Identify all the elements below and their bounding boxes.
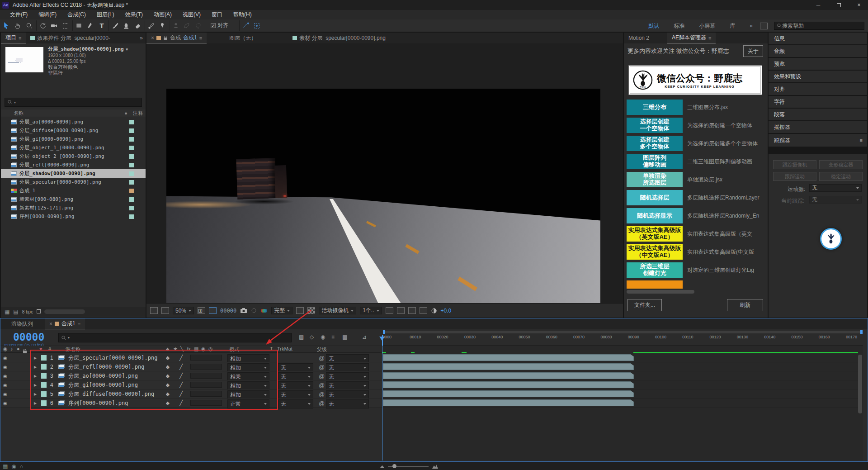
roto-brush-tool[interactable] — [145, 20, 156, 31]
parent-pickwhip-icon[interactable]: @ — [319, 353, 325, 362]
motion-blur-switch-icon[interactable]: ◉ — [201, 346, 206, 352]
label-color-swatch[interactable] — [129, 180, 134, 185]
workspace-tab[interactable]: 标准 — [666, 22, 692, 30]
layer-row[interactable]: ◉ ▶ 3 分层_ao[0000-0090].png ♣ ╱ 相乘 无 @ 无 — [0, 371, 382, 380]
shape-tool[interactable] — [72, 20, 84, 31]
workspace-tab[interactable]: 库 — [722, 22, 742, 30]
parent-dropdown[interactable]: 无 — [326, 390, 369, 399]
quality-switch-icon[interactable]: ╲ — [180, 346, 184, 352]
viewer-timecode[interactable]: 00000 — [220, 308, 236, 314]
layer-label-swatch[interactable] — [41, 355, 47, 361]
trkmat-dropdown[interactable]: 无 — [278, 399, 313, 408]
project-item-name[interactable]: 序列[0000-0090].png — [19, 213, 74, 220]
draft3d-icon[interactable]: ◇ — [310, 334, 314, 340]
label-column-icon[interactable]: ♥ — [39, 346, 42, 351]
project-item-row[interactable]: 序列[0000-0090].png — [1, 212, 146, 221]
layer-switch-cells[interactable] — [190, 373, 222, 379]
layer-expander[interactable]: ▶ — [34, 353, 37, 362]
layer-switch-cells[interactable] — [190, 391, 222, 397]
dock-panel-header[interactable]: 信息 — [769, 33, 867, 45]
about-button[interactable]: 关于 — [743, 45, 763, 57]
label-color-swatch[interactable] — [129, 189, 134, 193]
tab-script-manager[interactable]: AE脚本管理器≡ — [667, 33, 716, 43]
label-color-swatch[interactable] — [129, 163, 134, 167]
script-button[interactable]: 所选三维层 创建灯光 — [627, 262, 683, 278]
work-area-start-handle[interactable] — [383, 330, 385, 334]
project-item-row[interactable]: 新素材[125-171].png — [1, 204, 146, 212]
snap-checkbox[interactable]: ✓ — [211, 23, 216, 28]
interpret-footage-icon[interactable]: ▦ — [5, 309, 9, 315]
layer-quality-toggle[interactable]: ╱ — [179, 353, 183, 362]
layer-switch-cells[interactable] — [190, 382, 222, 388]
show-channel-icon[interactable] — [260, 308, 268, 313]
menu-item[interactable]: 窗口 — [206, 11, 228, 19]
layer-bar-row[interactable] — [382, 353, 858, 362]
script-button[interactable]: 实用表达式集高级版 （中文版AE） — [627, 244, 683, 260]
project-item-row[interactable]: 分层_refl[0000-0090].png — [1, 161, 146, 169]
layer-row[interactable]: ◉ ▶ 4 分层_gi[0000-0090].png ♣ ╱ 相加 无 @ 无 — [0, 380, 382, 389]
layer-expander[interactable]: ▶ — [34, 380, 37, 389]
layer-switch-cells[interactable] — [190, 400, 222, 406]
layer-switch-cells[interactable] — [190, 364, 222, 370]
always-preview-icon[interactable] — [150, 307, 158, 314]
viewport[interactable] — [146, 43, 623, 303]
layer-quality-toggle[interactable]: ╱ — [179, 389, 183, 399]
project-item-row[interactable]: 分层_gi[0000-0090].png — [1, 135, 146, 143]
trkmat-dropdown[interactable]: 无 — [278, 372, 313, 381]
grid-guides-icon[interactable]: ⊞ — [198, 307, 205, 314]
graph-editor-icon[interactable]: ⊿ — [362, 334, 367, 340]
layer-expander[interactable]: ▶ — [34, 371, 37, 380]
project-item-name[interactable]: 分层_gi[0000-0090].png — [19, 136, 83, 142]
zoom-in-mountain-icon[interactable] — [432, 464, 438, 469]
layer-name[interactable]: 分层_refl[0000-0090].png — [68, 362, 145, 371]
resolution-dropdown[interactable]: 完整 — [271, 307, 292, 314]
snapshot-icon[interactable] — [240, 308, 247, 313]
tab-motion2[interactable]: Motion 2 — [624, 33, 654, 43]
hand-tool[interactable] — [12, 20, 24, 31]
workspace-tab[interactable]: 小屏幕 — [692, 22, 722, 30]
layer-bar-row[interactable] — [382, 380, 858, 389]
layer-expander[interactable]: ▶ — [34, 362, 37, 371]
selection-tool[interactable] — [0, 20, 12, 31]
blend-mode-dropdown[interactable]: 正常 — [227, 399, 269, 408]
layer-visibility-toggle[interactable]: ◉ — [3, 380, 7, 389]
script-scrollbar[interactable] — [627, 290, 694, 294]
timeline-button-icon[interactable] — [408, 307, 416, 314]
track-area[interactable] — [382, 346, 863, 461]
layer-quality-toggle[interactable]: ╱ — [179, 380, 183, 389]
brush-tool[interactable] — [108, 20, 120, 31]
zoom-out-mountain-icon[interactable] — [380, 464, 384, 468]
layer-shy-toggle[interactable]: ♣ — [166, 353, 170, 362]
layer-name[interactable]: 分层_specular[0000-0090].png — [68, 353, 157, 362]
dock-panel-header[interactable]: 预览 — [769, 58, 867, 71]
menu-item[interactable]: 视图(V) — [177, 11, 206, 19]
current-track-dropdown[interactable]: 无 — [809, 196, 862, 204]
folder-button[interactable]: 文件夹... — [627, 299, 662, 311]
layer-duration-bar[interactable] — [383, 390, 634, 397]
project-item-name[interactable]: 新素材[000-080].png — [19, 196, 73, 203]
layer-shy-toggle[interactable]: ♣ — [166, 362, 170, 371]
layer-duration-bar[interactable] — [383, 381, 634, 388]
parent-column[interactable]: 父级 — [317, 346, 327, 353]
close-tab-icon[interactable]: × — [49, 321, 52, 327]
blend-mode-dropdown[interactable]: 相加 — [227, 354, 269, 363]
tab-timeline-comp[interactable]: × 合成1 ≡ — [45, 318, 85, 329]
warp-stabilizer-button[interactable]: 变形稳定器 — [819, 160, 863, 169]
delete-icon[interactable] — [37, 309, 41, 315]
rasterize-switch-icon[interactable]: ★ — [173, 346, 178, 352]
status-icon-3[interactable]: ⌂ — [20, 463, 23, 470]
parent-dropdown[interactable]: 无 — [326, 399, 369, 408]
time-ruler[interactable]: 0000000100002000030000400005000060000700… — [382, 335, 863, 346]
layer-bar-row[interactable] — [382, 399, 858, 408]
work-area-end-handle[interactable] — [860, 330, 863, 334]
tab-effect-controls[interactable]: 效果控件 分层_specular[0000- — [26, 33, 114, 43]
layer-label-swatch[interactable] — [41, 400, 47, 406]
comp-flowchart-icon[interactable]: ▤ — [299, 334, 304, 340]
type-tool[interactable]: T — [96, 20, 108, 31]
minimize-button[interactable]: ─ — [809, 0, 827, 10]
layer-name[interactable]: 序列[0000-0090].png — [68, 399, 128, 408]
menu-item[interactable]: 合成(C) — [62, 11, 91, 19]
eraser-tool[interactable] — [132, 20, 144, 31]
trkmat-dropdown[interactable]: 无 — [278, 363, 313, 372]
view-layout-dropdown[interactable]: 1个.. — [360, 307, 382, 314]
